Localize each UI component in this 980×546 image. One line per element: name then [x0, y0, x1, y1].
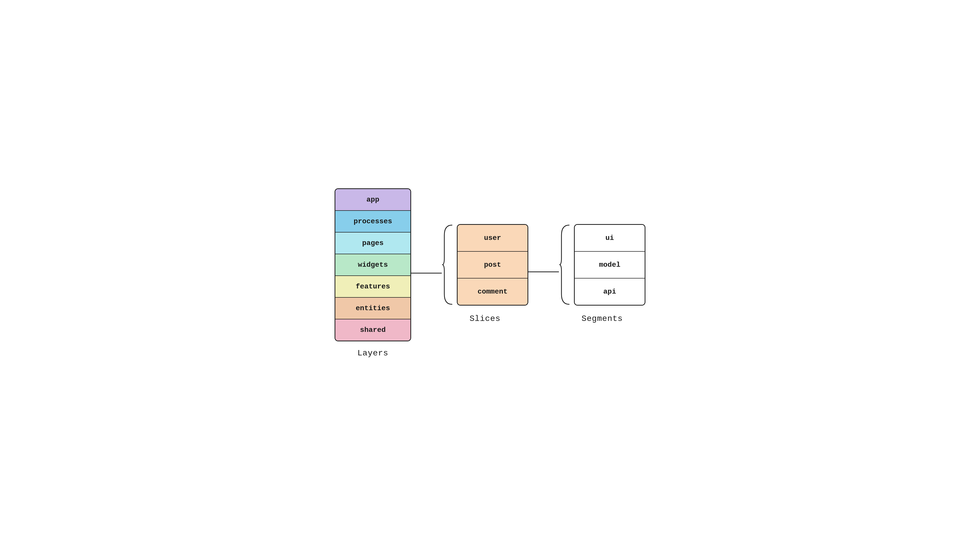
slices-stack: user post comment — [457, 224, 528, 306]
segments-label: Segments — [582, 314, 623, 324]
layer-widgets: widgets — [335, 254, 410, 276]
slices-column: user post comment Slices — [442, 222, 528, 324]
segments-column: ui model api Segments — [559, 222, 646, 324]
layer-entities: entities — [335, 298, 410, 319]
slices-wrapper: user post comment — [442, 222, 528, 307]
connector-slices-segments — [528, 230, 559, 316]
layer-features: features — [335, 276, 410, 298]
layers-label: Layers — [357, 348, 388, 358]
segment-model: model — [575, 252, 645, 278]
layers-stack: app processes pages widgets features ent… — [334, 188, 411, 342]
connector-layers-slices — [411, 230, 442, 316]
layers-column: app processes pages widgets features ent… — [334, 188, 411, 358]
layer-pages: pages — [335, 233, 410, 254]
slice-post: post — [458, 252, 528, 278]
left-brace-segments — [559, 222, 573, 307]
segments-wrapper: ui model api — [559, 222, 646, 307]
layer-shared: shared — [335, 319, 410, 340]
segments-stack: ui model api — [574, 224, 646, 306]
segment-api: api — [575, 278, 645, 305]
left-brace-slices — [442, 222, 456, 307]
slice-comment: comment — [458, 278, 528, 305]
segment-ui: ui — [575, 225, 645, 252]
diagram-container: app processes pages widgets features ent… — [319, 173, 661, 373]
layer-processes: processes — [335, 211, 410, 233]
slices-label: Slices — [469, 314, 501, 324]
layer-app: app — [335, 189, 410, 211]
slice-user: user — [458, 225, 528, 252]
